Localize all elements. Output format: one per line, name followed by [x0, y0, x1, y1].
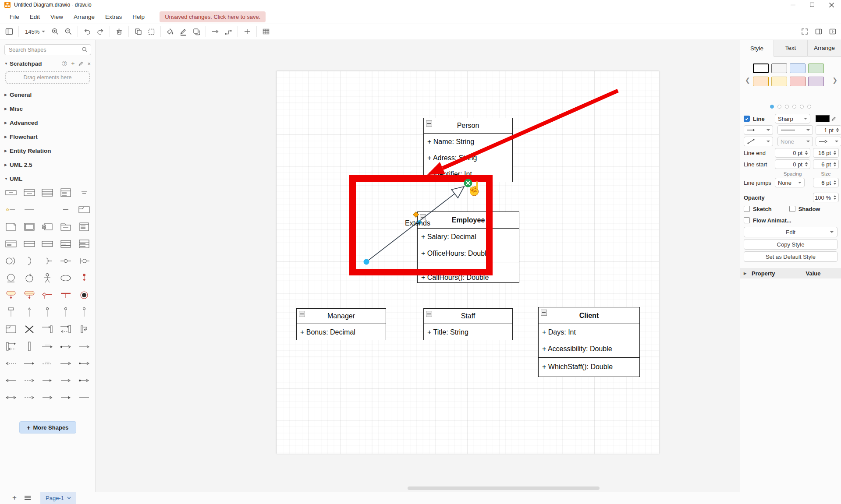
- connection-icon[interactable]: [209, 26, 221, 37]
- line-width-stepper[interactable]: 1 pt: [816, 125, 841, 135]
- uml-class-2-shape[interactable]: [39, 187, 57, 198]
- uml-class-shape[interactable]: [20, 187, 39, 198]
- edit-button[interactable]: Edit: [744, 227, 837, 237]
- class-attribute[interactable]: + Accessibility: Double: [539, 341, 639, 357]
- class-attribute[interactable]: + Name: String: [424, 134, 512, 150]
- line-jumps-select[interactable]: None: [775, 178, 805, 187]
- swatch-next-icon[interactable]: ❯: [832, 77, 837, 84]
- add-icon[interactable]: +: [71, 60, 75, 67]
- set-as-default-style-button[interactable]: Set as Default Style: [744, 251, 837, 262]
- uml-dot-arrow-shape[interactable]: [75, 375, 93, 386]
- tab-arrange[interactable]: Arrange: [807, 40, 841, 56]
- maximize-button[interactable]: [802, 0, 822, 10]
- style-swatch-4[interactable]: [808, 63, 824, 73]
- menu-extras[interactable]: Extras: [101, 12, 126, 22]
- uml-class-6-shape[interactable]: [75, 239, 93, 249]
- uml-provided-interface-shape[interactable]: [2, 256, 20, 266]
- uml-class-staff[interactable]: Staff+ Title: String: [423, 308, 513, 340]
- menu-arrange[interactable]: Arrange: [69, 12, 99, 22]
- uml-object-shape[interactable]: [2, 187, 20, 198]
- uml-fork-shape[interactable]: [57, 290, 75, 300]
- collapse-icon[interactable]: [299, 311, 305, 317]
- edit-icon[interactable]: [78, 61, 83, 66]
- uml-solid-head-arrow-shape[interactable]: [57, 392, 75, 403]
- style-swatch-7[interactable]: [790, 77, 806, 86]
- uml-self-call-shape[interactable]: [75, 324, 93, 335]
- waypoints-icon[interactable]: [223, 26, 234, 37]
- uml-section-shape[interactable]: [20, 239, 39, 249]
- uml-bidir-arrow-shape[interactable]: [2, 392, 20, 403]
- uml-container-shape[interactable]: [20, 222, 39, 232]
- tab-style[interactable]: Style: [740, 40, 774, 56]
- sidebar-section-entity-relation[interactable]: ▶Entity Relation: [0, 144, 95, 158]
- style-swatch-6[interactable]: [771, 77, 787, 86]
- unsaved-changes-notice[interactable]: Unsaved changes. Click here to save.: [160, 11, 266, 22]
- uml-assembly-shape[interactable]: [57, 256, 75, 266]
- style-swatch-1[interactable]: [753, 63, 769, 73]
- tab-text[interactable]: Text: [774, 40, 807, 56]
- uml-dashed-arrow-shape[interactable]: [20, 392, 39, 403]
- line-jumps-size-stepper[interactable]: 6 pt: [813, 178, 839, 187]
- uml-item-shape[interactable]: [2, 204, 20, 215]
- uml-directed-2-shape[interactable]: [57, 375, 75, 386]
- uml-use-case-shape[interactable]: [57, 273, 75, 283]
- uml-class-3-shape[interactable]: [57, 187, 75, 198]
- zoom-out-icon[interactable]: [63, 26, 74, 37]
- swatch-prev-icon[interactable]: ❮: [745, 77, 750, 84]
- sidebar-toggle-icon[interactable]: [4, 26, 15, 37]
- menu-file[interactable]: File: [5, 12, 24, 22]
- uml-text-shape[interactable]: [75, 187, 93, 198]
- uml-pin-shape[interactable]: [75, 273, 93, 283]
- uml-plain-line-shape[interactable]: [75, 392, 93, 403]
- close-button[interactable]: [822, 0, 841, 10]
- sidebar-section-general[interactable]: ▶General: [0, 88, 95, 102]
- uml-dependency-shape[interactable]: [20, 375, 39, 386]
- fullscreen-icon[interactable]: [799, 26, 810, 37]
- uml-class-5-shape[interactable]: [57, 239, 75, 249]
- uml-lollipop-shape[interactable]: [39, 307, 57, 317]
- more-shapes-button[interactable]: + More Shapes: [19, 421, 76, 434]
- uml-component-shape[interactable]: [39, 222, 57, 232]
- class-attribute[interactable]: + Adress: String: [424, 150, 512, 166]
- class-method[interactable]: + WhichStaff(): Double: [539, 358, 639, 371]
- uml-return-arrow-shape[interactable]: [2, 358, 20, 369]
- uml-solid-arrow-shape[interactable]: [20, 358, 39, 369]
- uml-dashed-line-label-shape[interactable]: [39, 358, 57, 369]
- uml-lollipop-arrow-shape[interactable]: [20, 307, 39, 317]
- uml-found-message-shape[interactable]: [75, 341, 93, 352]
- uml-sync-message-shape[interactable]: [39, 341, 57, 352]
- pager-dot-5[interactable]: [800, 105, 804, 109]
- style-swatch-3[interactable]: [790, 63, 806, 73]
- style-swatch-2[interactable]: [771, 63, 787, 73]
- uml-frame-corner-shape[interactable]: [2, 324, 20, 335]
- uml-destroy-shape[interactable]: [20, 324, 39, 335]
- paste-icon[interactable]: [145, 26, 157, 37]
- scratchpad-dropzone[interactable]: Drag elements here: [5, 71, 90, 84]
- uml-relation-shape[interactable]: [2, 375, 20, 386]
- pages-menu-icon[interactable]: [21, 492, 34, 504]
- collapse-icon[interactable]: [426, 311, 432, 317]
- uml-activation-arrow-shape[interactable]: [39, 324, 57, 335]
- uml-class-person[interactable]: Person+ Name: String+ Adress: String+ Id…: [423, 118, 513, 182]
- sidebar-section-uml-2-5[interactable]: ▶UML 2.5: [0, 158, 95, 172]
- class-attribute[interactable]: + Bonus: Decimal: [297, 324, 386, 341]
- line-start-spacing-stepper[interactable]: 0 pt: [775, 159, 810, 169]
- class-attribute[interactable]: + Days: Int: [539, 324, 639, 341]
- uml-lifeline-shape[interactable]: [20, 341, 39, 352]
- uml-interface-list-shape[interactable]: [75, 222, 93, 232]
- line-checkbox[interactable]: [744, 116, 750, 122]
- line-end-spacing-stepper[interactable]: 0 pt: [775, 148, 810, 158]
- uml-final-state-shape[interactable]: [75, 290, 93, 300]
- line-style-select[interactable]: Sharp: [775, 114, 810, 123]
- redo-icon[interactable]: [95, 26, 106, 37]
- shadowcheckbox[interactable]: [789, 206, 795, 212]
- uml-title-shape[interactable]: [57, 204, 75, 215]
- pager-dot-6[interactable]: [807, 105, 811, 109]
- delete-icon[interactable]: [114, 26, 125, 37]
- copy-icon[interactable]: [132, 26, 144, 37]
- uml-package-shape[interactable]: [57, 222, 75, 232]
- page-tab[interactable]: Page-1: [40, 492, 76, 504]
- uml-entity-object-shape[interactable]: [2, 273, 20, 283]
- class-attribute[interactable]: + Title: String: [424, 324, 512, 341]
- minimize-button[interactable]: [783, 0, 802, 10]
